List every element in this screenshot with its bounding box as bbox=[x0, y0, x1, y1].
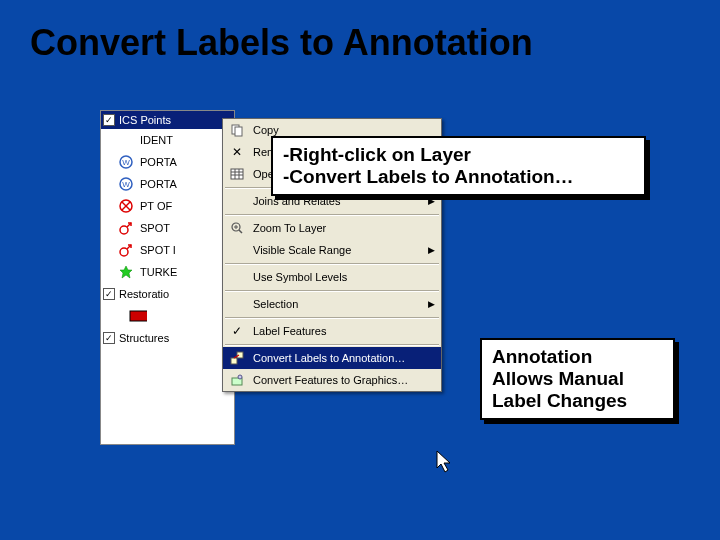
svg-rect-12 bbox=[130, 311, 147, 321]
submenu-arrow-icon: ▶ bbox=[428, 245, 437, 255]
toc-label: Restoratio bbox=[119, 288, 169, 300]
svg-point-7 bbox=[120, 226, 128, 234]
toc-label: IDENT bbox=[140, 134, 173, 146]
menu-label: Zoom To Layer bbox=[247, 222, 437, 234]
menu-separator bbox=[225, 344, 439, 345]
menu-separator bbox=[225, 317, 439, 318]
svg-point-27 bbox=[238, 375, 242, 379]
svg-rect-24 bbox=[231, 358, 237, 364]
menu-item-convert-features[interactable]: Convert Features to Graphics… bbox=[223, 369, 441, 391]
symbol-mars bbox=[117, 243, 135, 257]
page-title: Convert Labels to Annotation bbox=[30, 22, 533, 64]
symbol-none bbox=[117, 133, 135, 147]
toc-layer-selected[interactable]: ✓ ICS Points bbox=[101, 111, 234, 129]
callout-line: -Right-click on Layer bbox=[283, 144, 634, 166]
checkbox-icon[interactable]: ✓ bbox=[103, 288, 115, 300]
blank-icon bbox=[227, 295, 247, 313]
toc-label: TURKE bbox=[140, 266, 177, 278]
svg-point-9 bbox=[120, 248, 128, 256]
menu-item-symbol-levels[interactable]: Use Symbol Levels bbox=[223, 266, 441, 288]
svg-rect-15 bbox=[231, 169, 243, 179]
callout-line: Allows Manual bbox=[492, 368, 663, 390]
checkbox-icon[interactable]: ✓ bbox=[103, 332, 115, 344]
x-icon: ✕ bbox=[227, 143, 247, 161]
table-icon bbox=[227, 165, 247, 183]
toc-label: SPOT I bbox=[140, 244, 176, 256]
convert-icon bbox=[227, 349, 247, 367]
menu-label: Visible Scale Range bbox=[247, 244, 428, 256]
symbol-mars bbox=[117, 221, 135, 235]
callout-line: Label Changes bbox=[492, 390, 663, 412]
menu-label: Use Symbol Levels bbox=[247, 271, 437, 283]
menu-separator bbox=[225, 263, 439, 264]
toc-item[interactable] bbox=[101, 305, 234, 327]
copy-icon bbox=[227, 121, 247, 139]
toc-item[interactable]: ✓ Structures bbox=[101, 327, 234, 349]
callout-line: -Convert Labels to Annotation… bbox=[283, 166, 634, 188]
features-icon bbox=[227, 371, 247, 389]
menu-separator bbox=[225, 214, 439, 215]
menu-item-convert-labels[interactable]: Convert Labels to Annotation… bbox=[223, 347, 441, 369]
menu-label: Convert Features to Graphics… bbox=[247, 374, 437, 386]
toc-item[interactable]: ✓ Restoratio bbox=[101, 283, 234, 305]
toc-label: PT OF bbox=[140, 200, 172, 212]
toc-label: Structures bbox=[119, 332, 169, 344]
svg-text:W: W bbox=[122, 180, 130, 189]
symbol-rect bbox=[129, 309, 147, 323]
toc-item[interactable]: IDENT bbox=[101, 129, 234, 151]
menu-separator bbox=[225, 290, 439, 291]
svg-line-21 bbox=[239, 230, 242, 233]
zoom-icon bbox=[227, 219, 247, 237]
menu-label: Convert Labels to Annotation… bbox=[247, 352, 437, 364]
toc-label: SPOT bbox=[140, 222, 170, 234]
callout-line: Annotation bbox=[492, 346, 663, 368]
toc-item[interactable]: TURKE bbox=[101, 261, 234, 283]
symbol-star bbox=[117, 265, 135, 279]
svg-text:W: W bbox=[122, 158, 130, 167]
cursor-icon bbox=[436, 450, 456, 476]
menu-item-zoom[interactable]: Zoom To Layer bbox=[223, 217, 441, 239]
symbol-circle-w: W bbox=[117, 177, 135, 191]
menu-label: Selection bbox=[247, 298, 428, 310]
toc-label: PORTA bbox=[140, 178, 177, 190]
check-icon: ✓ bbox=[227, 322, 247, 340]
checkbox-icon[interactable]: ✓ bbox=[103, 114, 115, 126]
toc-item[interactable]: SPOT I bbox=[101, 239, 234, 261]
toc-item[interactable]: W PORTA bbox=[101, 173, 234, 195]
blank-icon bbox=[227, 192, 247, 210]
blank-icon bbox=[227, 268, 247, 286]
toc-item[interactable]: W PORTA bbox=[101, 151, 234, 173]
svg-marker-11 bbox=[120, 266, 132, 278]
symbol-circle-w: W bbox=[117, 155, 135, 169]
symbol-circle-x bbox=[117, 199, 135, 213]
toc-panel: ✓ ICS Points IDENT W PORTA W PORTA PT OF… bbox=[100, 110, 235, 445]
svg-rect-14 bbox=[235, 127, 242, 136]
callout-instructions: -Right-click on Layer -Convert Labels to… bbox=[271, 136, 646, 196]
toc-item[interactable]: PT OF bbox=[101, 195, 234, 217]
menu-label: Copy bbox=[247, 124, 437, 136]
blank-icon bbox=[227, 241, 247, 259]
menu-label: Label Features bbox=[247, 325, 437, 337]
submenu-arrow-icon: ▶ bbox=[428, 196, 437, 206]
menu-item-scale[interactable]: Visible Scale Range ▶ bbox=[223, 239, 441, 261]
svg-marker-28 bbox=[437, 451, 450, 472]
toc-label: ICS Points bbox=[119, 114, 171, 126]
toc-item[interactable]: SPOT bbox=[101, 217, 234, 239]
menu-item-selection[interactable]: Selection ▶ bbox=[223, 293, 441, 315]
toc-label: PORTA bbox=[140, 156, 177, 168]
callout-note: Annotation Allows Manual Label Changes bbox=[480, 338, 675, 420]
menu-label: Joins and Relates bbox=[247, 195, 428, 207]
menu-item-label-features[interactable]: ✓ Label Features bbox=[223, 320, 441, 342]
submenu-arrow-icon: ▶ bbox=[428, 299, 437, 309]
